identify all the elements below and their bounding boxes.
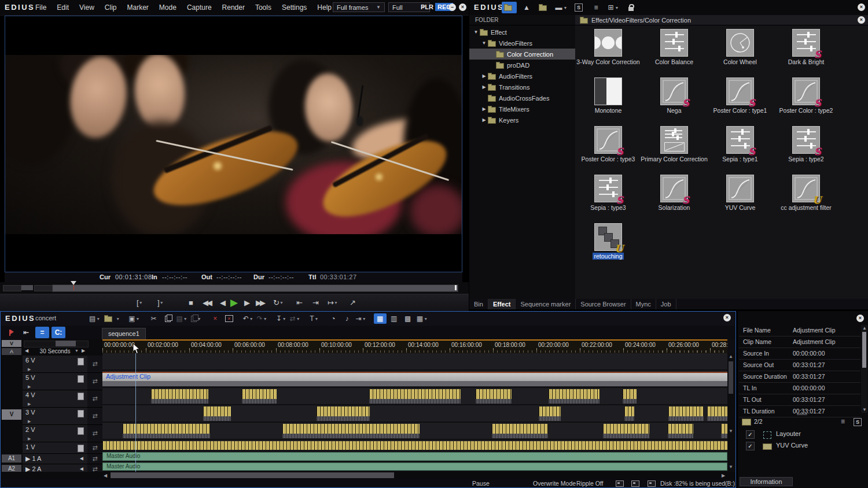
- lock-icon[interactable]: [623, 2, 638, 13]
- track-name-zone[interactable]: 3 V▶: [23, 408, 87, 425]
- paste-icon[interactable]: ▤▼: [175, 313, 189, 324]
- effect-color-balance[interactable]: Color Balance: [641, 29, 707, 77]
- effect-sepia-type3[interactable]: SSepia : type3: [575, 175, 641, 223]
- effect-nega[interactable]: SNega: [641, 77, 707, 126]
- track-name-zone[interactable]: 4 V▶: [23, 390, 87, 408]
- set-out-point-icon[interactable]: ]▼: [157, 297, 164, 309]
- tree-expanded-icon[interactable]: ▼: [481, 40, 487, 46]
- lane-3v[interactable]: [102, 405, 727, 423]
- track-thumbnail-icon[interactable]: [78, 410, 84, 417]
- close-icon[interactable]: ×: [858, 3, 865, 11]
- stop-icon[interactable]: ■: [189, 297, 193, 309]
- video-clip[interactable]: [242, 389, 277, 399]
- track-thumbnail-icon[interactable]: [78, 375, 84, 383]
- expand-icon[interactable]: ▶: [28, 385, 31, 389]
- speaker-icon[interactable]: ◄: [79, 465, 84, 472]
- tab-sequence-marker[interactable]: Sequence marker: [516, 299, 576, 309]
- sync-mode-icon[interactable]: =: [35, 327, 49, 338]
- add-to-timeline-icon[interactable]: ↧▼: [275, 313, 288, 324]
- timeline-horizontal-scrollbar[interactable]: ◀ ▶: [1, 472, 735, 479]
- effect-color-wheel[interactable]: Color Wheel: [707, 29, 773, 77]
- info-scrollbar[interactable]: ▲ ▼: [861, 325, 867, 413]
- master-audio-clip[interactable]: Master Audio: [102, 463, 727, 471]
- scroll-right-icon[interactable]: ▶: [722, 473, 725, 478]
- menu-mode[interactable]: Mode: [154, 3, 182, 12]
- tree-item-audiofilters[interactable]: ▶AudioFilters: [469, 71, 575, 82]
- save-project-icon[interactable]: ▣▼: [127, 313, 141, 324]
- undo-icon[interactable]: ↶▼: [242, 313, 255, 324]
- open-project-icon[interactable]: ▼: [102, 313, 121, 324]
- expand-icon[interactable]: ▶: [28, 419, 31, 424]
- goto-out-icon[interactable]: ⇥: [312, 297, 319, 309]
- tree-collapsed-icon[interactable]: ▶: [481, 84, 487, 90]
- tree-item-color-correction[interactable]: Color Correction: [469, 49, 575, 60]
- lane-2v[interactable]: [102, 423, 727, 440]
- thumbnail-view-icon[interactable]: ⊞▼: [606, 2, 621, 13]
- tree-item-prodad[interactable]: proDAD: [469, 60, 575, 71]
- effect-3-way-color-correction[interactable]: 3-Way Color Correction: [575, 29, 641, 77]
- export-monitor-icon[interactable]: [648, 480, 656, 487]
- collapse-track-icon[interactable]: ⇤: [19, 327, 33, 338]
- menu-edit[interactable]: Edit: [52, 3, 74, 12]
- effect-poster-color-type2[interactable]: SPoster Color : type2: [773, 77, 839, 126]
- expand-icon[interactable]: ▶: [28, 402, 31, 406]
- tree-expanded-icon[interactable]: ▼: [473, 29, 479, 35]
- goto-in-icon[interactable]: ⇤: [296, 297, 303, 309]
- lane-2a[interactable]: Master Audio: [102, 462, 727, 472]
- filter-item-layouter[interactable]: ✓Layouter: [738, 428, 868, 440]
- menu-file[interactable]: File: [30, 3, 52, 12]
- video-clip[interactable]: [603, 424, 649, 434]
- tab-information[interactable]: Information: [740, 477, 793, 486]
- effect-primary-color-correction[interactable]: Primary Color Correction: [641, 126, 707, 175]
- track-header-5v[interactable]: 5 V▶⇄: [1, 373, 102, 390]
- track-name-zone[interactable]: 1 V: [23, 442, 87, 454]
- folder-view-icon[interactable]: [502, 2, 517, 13]
- video-clip[interactable]: [624, 406, 634, 416]
- zoom-in-icon[interactable]: ▶: [82, 348, 85, 353]
- close-icon[interactable]: ×: [856, 315, 864, 322]
- scroll-down-icon[interactable]: ▼: [862, 407, 867, 412]
- scroll-thumb[interactable]: [729, 361, 733, 394]
- checkbox[interactable]: ✓: [746, 442, 755, 450]
- close-button[interactable]: ×: [459, 3, 466, 11]
- track-badge-v[interactable]: V: [2, 409, 21, 420]
- clip-mode-icon[interactable]: C:: [52, 327, 65, 338]
- video-clip[interactable]: [203, 406, 231, 416]
- lane-1v[interactable]: [102, 440, 727, 452]
- track-name-zone[interactable]: 6 V▶: [23, 356, 87, 373]
- match-frame-icon[interactable]: ⇄▼: [289, 313, 301, 324]
- effect-display-icon[interactable]: ▩: [402, 313, 414, 324]
- position-thumb[interactable]: [71, 281, 76, 285]
- scroll-thumb[interactable]: [111, 472, 394, 478]
- video-clip[interactable]: [668, 424, 693, 434]
- track-minimap-thumb[interactable]: [56, 341, 76, 346]
- tree-collapsed-icon[interactable]: ▶: [481, 106, 487, 112]
- audio-patch-badge[interactable]: A: [2, 348, 21, 355]
- tree-item-titlemixers[interactable]: ▶TitleMixers: [469, 103, 575, 114]
- video-clip[interactable]: [369, 389, 461, 399]
- shuttle-block[interactable]: [3, 285, 21, 291]
- video-clip[interactable]: [707, 406, 727, 416]
- position-bar[interactable]: [52, 284, 458, 292]
- scroll-down-icon[interactable]: ▼: [729, 464, 733, 469]
- video-patch-badge[interactable]: V: [2, 340, 21, 347]
- track-thumbnail-icon[interactable]: [78, 427, 84, 435]
- monitor-icon[interactable]: [631, 480, 639, 487]
- tree-collapsed-icon[interactable]: ▶: [481, 73, 487, 79]
- track-badge-a1[interactable]: A1: [2, 454, 21, 463]
- shuttle-handle[interactable]: [21, 285, 33, 290]
- loop-icon[interactable]: ↻▼: [273, 297, 284, 309]
- tab-source-browser[interactable]: Source Browser: [576, 299, 631, 309]
- menu-render[interactable]: Render: [217, 3, 250, 12]
- redo-icon[interactable]: ↷▼: [256, 313, 269, 324]
- video-clip[interactable]: [668, 406, 703, 416]
- list-view-icon[interactable]: ≡: [589, 2, 604, 13]
- sync-icon[interactable]: S: [571, 2, 586, 13]
- rewind-icon[interactable]: ◀◀: [203, 297, 211, 309]
- frame-mode-select[interactable]: Full frames▼: [333, 2, 385, 12]
- voiceover-icon[interactable]: ♪: [341, 313, 354, 324]
- timeline-ruler[interactable]: 00:00:00:0000:02:00:0000:04:00:0000:06:0…: [102, 339, 727, 353]
- effect-sepia-type1[interactable]: SSepia : type1: [707, 126, 773, 175]
- tab-mync[interactable]: Mync: [631, 299, 656, 309]
- menu-tools[interactable]: Tools: [250, 3, 277, 12]
